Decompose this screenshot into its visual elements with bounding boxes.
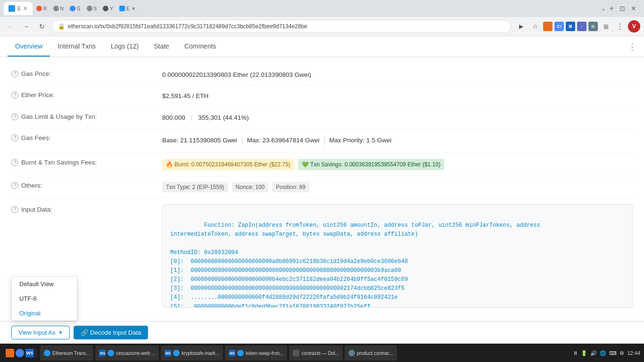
profile-avatar[interactable]: V (628, 20, 640, 33)
taskbar-mute-icon[interactable]: ⏸ (573, 350, 578, 356)
burnt-savings-label: ? Burnt & Txn Savings Fees: (11, 159, 162, 166)
back-btn[interactable]: ← (4, 20, 16, 33)
burnt-savings-value: 🔥 Burnt: 0.007502319468407305 Ether ($22… (162, 159, 633, 170)
dropdown-original[interactable]: Original (12, 306, 77, 321)
gas-price-help-icon[interactable]: ? (11, 70, 18, 77)
ext-fox[interactable] (543, 22, 553, 31)
taskbar-item-token-swap[interactable]: WS token-swap-fron... (225, 346, 287, 361)
gas-fees-label: ? Gas Fees: (11, 134, 162, 141)
burnt-savings-row: ? Burnt & Txn Savings Fees: 🔥 Burnt: 0.0… (11, 153, 633, 176)
taskbar-item-contracts[interactable]: contracts — Dol... (289, 346, 342, 361)
ext-b[interactable]: ⊞ (566, 22, 575, 31)
refresh-btn[interactable]: ↻ (36, 20, 48, 33)
browser-tab-1[interactable]: E ✕ (4, 2, 33, 15)
burnt-badge: 🔥 Burnt: 0.007502319468407305 Ether ($22… (162, 159, 294, 170)
browser-tab-r[interactable]: R (33, 2, 50, 15)
position-badge: Position: 89 (272, 182, 309, 192)
gas-limit-label: ? Gas Limit & Usage by Txn: (11, 113, 162, 120)
gas-limit-number: 800,000 (162, 113, 185, 123)
tab-state[interactable]: State (146, 37, 177, 57)
address-bar[interactable]: 🔒 etherscan.io/tx/0xb2f92815fd71ea6d1333… (52, 20, 511, 33)
taskbar-volume-icon[interactable]: 🔊 (590, 350, 597, 356)
ext-c[interactable]: C! (554, 22, 564, 31)
bottom-bar: Default View UTF-8 Original View Input A… (0, 321, 644, 344)
input-data-label: ? Input Data: (11, 204, 162, 213)
nav-bar: ← → ↻ 🔒 etherscan.io/tx/0xb2f92815fd71ea… (0, 17, 644, 36)
input-data-help-icon[interactable]: ? (11, 206, 18, 213)
tab-label-1: E (17, 6, 21, 11)
browser-tab-g[interactable]: G (67, 2, 83, 15)
gas-separator: | (191, 113, 193, 123)
gas-limit-help-icon[interactable]: ? (11, 113, 18, 120)
dropdown-default-view[interactable]: Default View (12, 277, 77, 291)
page-tabs: Overview Internal Txns Logs (12) State C… (0, 36, 644, 57)
taskbar-settings-icon[interactable]: ⚙ (619, 350, 624, 356)
ether-price-help-icon[interactable]: ? (11, 91, 18, 99)
tab-favicon-1 (8, 5, 15, 12)
input-data-box[interactable]: Function: ZapIn(address fromToken, uint2… (162, 204, 633, 308)
forward-btn[interactable]: → (20, 20, 32, 33)
view-input-btn[interactable]: View Input As ▼ (11, 326, 70, 339)
ether-price-row: ? Ether Price: $2,591.45 / ETH (11, 86, 633, 107)
gas-price-label: ? Gas Price: (11, 70, 162, 77)
nonce-badge: Nonce: 100 (232, 182, 268, 192)
burnt-help-icon[interactable]: ? (11, 159, 18, 166)
menu-btn[interactable]: ⋮ (614, 20, 626, 33)
tab-bar: E ✕ R N G S Y (0, 0, 644, 17)
taskbar-item-cessazione[interactable]: WS cessazione-web ... (95, 346, 159, 361)
others-row: ? Others: Txn Type: 2 (EIP-1559) Nonce: … (11, 176, 633, 198)
taskbar: WS Ethereum Trans... WS cessazione-web .… (0, 344, 644, 362)
input-data-content: Function: ZapIn(address fromToken, uint2… (170, 222, 540, 308)
view-input-label: View Input As (18, 329, 56, 336)
tab-overview[interactable]: Overview (8, 37, 50, 57)
txn-type-badge: Txn Type: 2 (EIP-1559) (162, 182, 228, 192)
tab-comments[interactable]: Comments (177, 37, 224, 57)
tab-logs[interactable]: Logs (12) (103, 37, 146, 57)
taskbar-item-product[interactable]: product.contrac... (345, 346, 397, 361)
gas-price-value: 0.000000022013390803 Ether (22.013390803… (162, 70, 633, 80)
gas-base: Base: 21.115390805 Gwei (162, 136, 237, 145)
tabs-overflow-btn[interactable]: ⌄ (601, 5, 606, 12)
gas-max: Max: 23.639647814 Gwei (247, 136, 320, 145)
taskbar-start-ws[interactable]: WS (25, 349, 34, 357)
gas-pipe-2: | (323, 134, 326, 147)
decode-input-btn[interactable]: 🔗 Decode Input Data (74, 326, 148, 339)
taskbar-start-1[interactable] (6, 349, 14, 357)
nav-actions: ▶ ☆ C! ⊞ ↓ ⊞ ⊞ ⋮ V (515, 20, 640, 33)
browser-tab-n[interactable]: N (50, 2, 66, 15)
ether-price-label: ? Ether Price: (11, 91, 162, 99)
close-window-btn[interactable]: ✕ (629, 5, 638, 12)
page-tab-more-btn[interactable]: ⋮ (628, 41, 636, 52)
taskbar-network-icon[interactable]: 🌐 (600, 350, 606, 356)
taskbar-input-icon[interactable]: ⌨ (609, 350, 617, 356)
input-data-container: Function: ZapIn(address fromToken, uint2… (162, 204, 633, 308)
ext-e[interactable]: ⊞ (588, 22, 598, 31)
dropdown-utf8[interactable]: UTF-8 (12, 291, 77, 306)
browser-tab-s2[interactable]: S (84, 2, 100, 15)
restore-btn[interactable]: ⊡ (618, 5, 627, 12)
cast-btn[interactable]: ▶ (515, 20, 527, 33)
gas-fees-value: Base: 21.115390805 Gwei | Max: 23.639647… (162, 134, 633, 147)
star-btn[interactable]: ☆ (529, 20, 541, 33)
browser-tab-y[interactable]: Y (100, 2, 116, 15)
taskbar-time: 12:44 (627, 350, 640, 356)
extensions-btn[interactable]: ⊞ (600, 20, 612, 33)
tab-internal-txns[interactable]: Internal Txns (50, 37, 103, 57)
taskbar-right: ⏸ 🔋 🔊 🌐 ⌨ ⚙ 12:44 (573, 350, 640, 356)
browser-tab-more1[interactable]: E✕ (116, 2, 138, 15)
gas-limit-value: 800,000 | 355,301 (44.41%) (162, 113, 633, 123)
ext-d[interactable]: ↓ (577, 22, 586, 31)
gas-fees-row: ? Gas Fees: Base: 21.115390805 Gwei | Ma… (11, 129, 633, 153)
taskbar-item-kryptosafe[interactable]: WS kryptosafe-mark... (161, 346, 223, 361)
others-help-icon[interactable]: ? (11, 182, 18, 189)
taskbar-item-ethereum[interactable]: Ethereum Trans... (40, 346, 93, 361)
gas-usage: 355,301 (44.41%) (198, 113, 248, 123)
tab-close-1[interactable]: ✕ (23, 5, 28, 12)
new-tab-btn[interactable]: + (608, 4, 616, 13)
gas-limit-row: ? Gas Limit & Usage by Txn: 800,000 | 35… (11, 107, 633, 129)
taskbar-battery-icon[interactable]: 🔋 (581, 350, 587, 356)
url-text: etherscan.io/tx/0xb2f92815fd71ea6d133361… (68, 23, 307, 30)
taskbar-start-2[interactable] (16, 349, 24, 357)
gas-fees-help-icon[interactable]: ? (11, 134, 18, 141)
view-input-arrow: ▼ (58, 330, 63, 335)
